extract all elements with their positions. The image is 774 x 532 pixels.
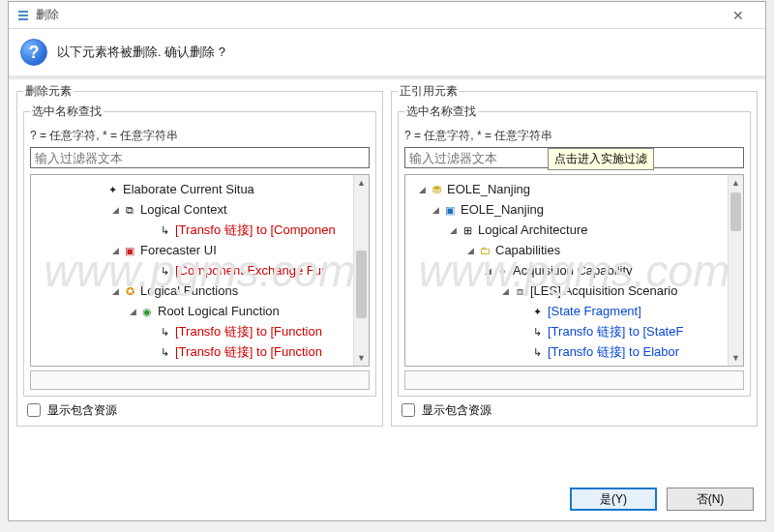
link-icon: ↳ xyxy=(157,222,172,238)
close-button[interactable]: ✕ xyxy=(719,3,758,28)
tree-item[interactable]: Capabilities xyxy=(495,241,560,260)
left-group: 删除元素 选中名称查找 ? = 任意字符, * = 任意字符串 www.pgms… xyxy=(16,83,383,427)
left-tree[interactable]: www.pgms.com ✦Elaborate Current Situa ◢⧉… xyxy=(30,174,370,367)
diamond-icon: ✦ xyxy=(104,182,120,197)
right-group-label: 正引用元素 xyxy=(398,83,460,100)
left-search-label: 选中名称查找 xyxy=(30,103,104,120)
tree-item[interactable]: [Transfo 链接] to [StateF xyxy=(548,322,683,341)
delete-dialog: 删除 ✕ ? 以下元素将被删除. 确认删除 ? 删除元素 选中名称查找 ? = … xyxy=(8,1,766,521)
right-tree[interactable]: www.pgms.com ◢⛃EOLE_Nanjing ◢▣EOLE_Nanji… xyxy=(404,174,744,367)
titlebar: 删除 ✕ xyxy=(9,2,765,29)
right-group: 正引用元素 选中名称查找 ? = 任意字符, * = 任意字符串 点击进入实施过… xyxy=(391,83,758,427)
right-search-label: 选中名称查找 xyxy=(404,103,478,120)
question-icon: ? xyxy=(20,39,47,66)
no-button[interactable]: 否(N) xyxy=(667,488,754,511)
functions-icon: ✪ xyxy=(122,283,137,299)
tree-item[interactable]: Forecaster UI xyxy=(140,241,217,260)
folder-icon: 🗀 xyxy=(477,243,492,258)
function-icon: ◉ xyxy=(139,304,155,319)
twisty-icon[interactable]: ◢ xyxy=(498,281,512,301)
link-icon: ↳ xyxy=(157,344,172,360)
right-search-group: 选中名称查找 ? = 任意字符, * = 任意字符串 点击进入实施过滤 www.… xyxy=(398,103,751,397)
twisty-icon[interactable]: ◢ xyxy=(415,180,429,199)
diamond-icon: ✦ xyxy=(529,304,545,319)
link-icon: ↳ xyxy=(529,344,545,360)
right-checkbox-label: 显示包含资源 xyxy=(422,402,491,419)
twisty-icon[interactable]: ◢ xyxy=(446,221,460,240)
twisty-icon[interactable]: ◢ xyxy=(108,200,122,220)
context-icon: ⧉ xyxy=(122,202,137,218)
tree-item[interactable]: Logical Architecture xyxy=(478,221,587,240)
left-status xyxy=(30,370,370,390)
prompt-text: 以下元素将被删除. 确认删除 ? xyxy=(57,44,225,61)
filter-tooltip: 点击进入实施过滤 xyxy=(548,148,654,170)
tree-item[interactable]: [Transfo 链接] to Elabor xyxy=(548,342,679,362)
left-hint: ? = 任意字符, * = 任意字符串 xyxy=(30,128,178,144)
tree-item[interactable]: [Component Exchange Fur xyxy=(175,261,325,281)
main-area: 删除元素 选中名称查找 ? = 任意字符, * = 任意字符串 www.pgms… xyxy=(9,79,765,480)
right-hint: ? = 任意字符, * = 任意字符串 xyxy=(404,128,552,144)
right-status xyxy=(404,370,744,390)
prompt-row: ? 以下元素将被删除. 确认删除 ? xyxy=(9,29,765,79)
left-filter-input[interactable] xyxy=(30,147,370,168)
capability-icon: ○ xyxy=(494,263,510,279)
scenario-icon: ⧈ xyxy=(512,283,527,299)
left-search-group: 选中名称查找 ? = 任意字符, * = 任意字符串 www.pgms.com … xyxy=(23,103,376,397)
dialog-title: 删除 xyxy=(36,7,59,23)
tree-item[interactable]: Logical Functions xyxy=(140,281,238,301)
ui-icon: ▣ xyxy=(122,243,137,258)
left-show-resources-checkbox[interactable] xyxy=(27,403,41,417)
tree-item[interactable]: [Transfo 链接] to [Function xyxy=(175,342,322,362)
right-show-resources[interactable]: 显示包含资源 xyxy=(398,400,751,420)
left-pane: 删除元素 选中名称查找 ? = 任意字符, * = 任意字符串 www.pgms… xyxy=(16,83,383,478)
twisty-icon[interactable]: ◢ xyxy=(108,281,122,301)
link-icon: ↳ xyxy=(157,263,172,279)
right-pane: 正引用元素 选中名称查找 ? = 任意字符, * = 任意字符串 点击进入实施过… xyxy=(391,83,758,478)
tree-item[interactable]: EOLE_Nanjing xyxy=(447,180,530,199)
twisty-icon[interactable]: ◢ xyxy=(463,241,477,260)
model-icon: ▣ xyxy=(442,202,458,218)
twisty-icon[interactable]: ◢ xyxy=(481,261,494,281)
left-show-resources[interactable]: 显示包含资源 xyxy=(23,400,376,420)
twisty-icon[interactable]: ◢ xyxy=(126,302,139,321)
tree-item[interactable]: Root Logical Function xyxy=(158,302,280,321)
tree-item[interactable]: Acquisition Capability xyxy=(513,261,633,281)
tree-item[interactable]: EOLE_Nanjing xyxy=(461,200,544,220)
tree-item[interactable]: Elaborate Current Situa xyxy=(123,180,254,199)
left-checkbox-label: 显示包含资源 xyxy=(47,402,117,419)
tree-item[interactable]: [Transfo 链接] to [Componen xyxy=(175,221,336,240)
twisty-icon[interactable]: ◢ xyxy=(429,200,442,220)
yes-button[interactable]: 是(Y) xyxy=(570,488,657,511)
project-icon: ⛃ xyxy=(429,182,444,197)
tree-item[interactable]: Logical Context xyxy=(140,200,227,220)
right-show-resources-checkbox[interactable] xyxy=(402,403,415,417)
tree-item[interactable]: [LES] Acquisition Scenario xyxy=(530,281,677,301)
left-group-label: 删除元素 xyxy=(23,83,74,100)
right-scrollbar[interactable]: ▲ ▼ xyxy=(728,175,743,366)
app-icon xyxy=(16,9,30,22)
tree-item[interactable]: [State Fragment] xyxy=(548,302,641,321)
link-icon: ↳ xyxy=(529,324,545,340)
twisty-icon[interactable]: ◢ xyxy=(108,241,122,260)
link-icon: ↳ xyxy=(157,324,172,340)
left-scrollbar[interactable]: ▲ ▼ xyxy=(353,175,369,366)
tree-item[interactable]: [Transfo 链接] to [Function xyxy=(175,322,322,341)
button-row: 是(Y) 否(N) xyxy=(9,480,765,520)
arch-icon: ⊞ xyxy=(460,222,475,238)
